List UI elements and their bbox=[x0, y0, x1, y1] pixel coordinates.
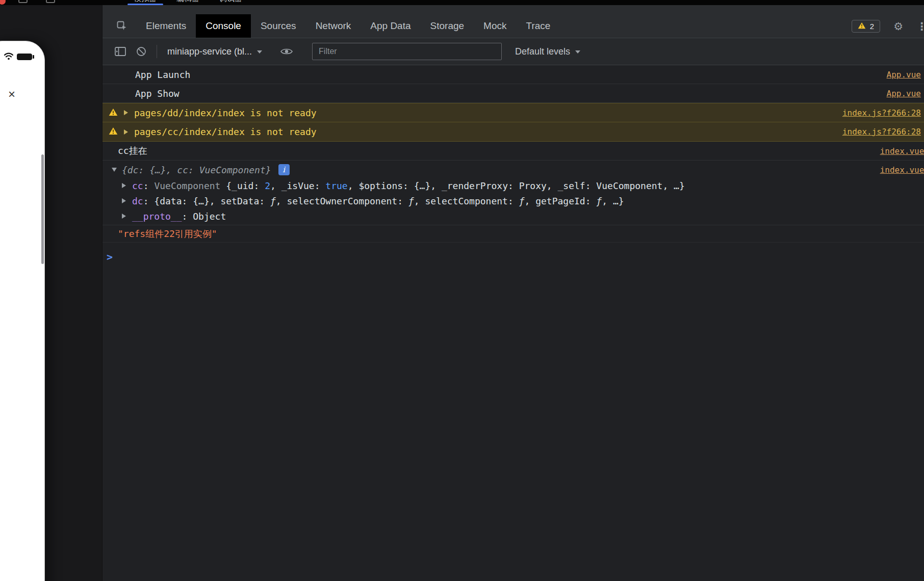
wifi-icon bbox=[4, 52, 14, 62]
toolbar-divider bbox=[157, 45, 157, 58]
warning-message: pages/dd/index/index is not ready bbox=[134, 108, 317, 118]
tab-bar-right-cluster: 2 ⚙ ⋮ bbox=[852, 14, 924, 38]
phone-simulator: × bbox=[0, 41, 45, 581]
settings-gear-icon[interactable]: ⚙ bbox=[893, 21, 903, 32]
property-value: __proto__: Object bbox=[132, 211, 226, 222]
live-expression-eye-icon[interactable] bbox=[280, 47, 293, 56]
source-link[interactable]: index.js?f266:28 bbox=[842, 108, 921, 118]
devtools-tabs: Elements Console Sources Network App Dat… bbox=[136, 14, 560, 38]
modal-close-button[interactable]: × bbox=[5, 87, 19, 101]
tab-sources[interactable]: Sources bbox=[251, 14, 306, 38]
devtools-top-gap bbox=[102, 5, 924, 14]
phone-scrollbar[interactable] bbox=[41, 154, 44, 264]
console-row-warning: pages/cc/index/index is not ready index.… bbox=[102, 122, 924, 142]
execution-context-selector[interactable]: miniapp-service (bl... bbox=[167, 46, 262, 57]
top-tab-simulator[interactable]: 模拟器 bbox=[134, 0, 157, 4]
tab-network[interactable]: Network bbox=[306, 14, 361, 38]
overflow-menu-icon[interactable]: ⋮ bbox=[916, 21, 924, 32]
tab-app-data[interactable]: App Data bbox=[361, 14, 420, 38]
object-property-line: cc: VueComponent {_uid: 2, _isVue: true,… bbox=[102, 178, 921, 193]
console-row-log: App Show App.vue bbox=[102, 84, 924, 103]
warnings-badge[interactable]: 2 bbox=[852, 20, 880, 33]
clear-console-icon[interactable] bbox=[136, 46, 146, 57]
object-property-line: dc: {data: {…}, setData: ƒ, selectOwnerC… bbox=[102, 193, 921, 208]
filter-input[interactable] bbox=[312, 43, 502, 60]
chevron-down-icon bbox=[257, 50, 262, 54]
object-preview: {dc: {…}, cc: VueComponent} bbox=[122, 165, 271, 175]
inspect-element-icon[interactable] bbox=[117, 14, 127, 38]
log-levels-selector[interactable]: Default levels bbox=[515, 46, 580, 57]
tab-console[interactable]: Console bbox=[196, 14, 251, 38]
top-tab-editor[interactable]: 编辑器 bbox=[176, 0, 199, 4]
console-row-string: "refs组件22引用实例" bbox=[102, 225, 924, 243]
console-toolbar: miniapp-service (bl... Default levels bbox=[102, 38, 924, 65]
toolbar-icon[interactable] bbox=[18, 0, 28, 3]
property-value: dc: {data: {…}, setData: ƒ, selectOwnerC… bbox=[132, 196, 624, 206]
property-value: cc: VueComponent {_uid: 2, _isVue: true,… bbox=[132, 180, 685, 191]
log-message: cc挂在 bbox=[118, 145, 147, 157]
collapse-arrow-icon[interactable] bbox=[112, 168, 117, 172]
prompt-chevron-icon: > bbox=[107, 251, 113, 263]
top-tab-debugger[interactable]: 调试器 bbox=[219, 0, 242, 4]
string-message: "refs组件22引用实例" bbox=[118, 228, 217, 240]
source-link[interactable]: index.vue: bbox=[880, 146, 924, 156]
expand-arrow-icon[interactable] bbox=[122, 214, 126, 219]
expand-arrow-icon[interactable] bbox=[124, 129, 128, 135]
tab-elements[interactable]: Elements bbox=[136, 14, 196, 38]
expand-arrow-icon[interactable] bbox=[122, 183, 126, 188]
tab-trace[interactable]: Trace bbox=[517, 14, 560, 38]
tab-storage[interactable]: Storage bbox=[421, 14, 474, 38]
source-link[interactable]: App.vue bbox=[887, 70, 921, 80]
execution-context-label: miniapp-service (bl... bbox=[167, 46, 252, 57]
source-link[interactable]: index.vue: bbox=[880, 165, 924, 175]
source-link[interactable]: App.vue bbox=[887, 89, 921, 98]
log-message: App Show bbox=[135, 88, 179, 99]
tab-mock[interactable]: Mock bbox=[474, 14, 516, 38]
window-close-button[interactable] bbox=[0, 0, 6, 5]
warning-icon bbox=[109, 108, 118, 118]
toolbar-icon[interactable] bbox=[46, 0, 55, 3]
warning-icon bbox=[109, 126, 118, 137]
info-icon: i bbox=[278, 164, 290, 175]
expand-arrow-icon[interactable] bbox=[122, 198, 126, 203]
chevron-down-icon bbox=[575, 50, 580, 54]
warning-message: pages/cc/index/index is not ready bbox=[134, 126, 317, 137]
console-sidebar-toggle-icon[interactable] bbox=[115, 47, 126, 56]
console-prompt[interactable]: > bbox=[102, 243, 924, 263]
log-message: App Launch bbox=[135, 69, 190, 80]
battery-icon bbox=[17, 54, 32, 60]
active-tab-underline bbox=[127, 4, 163, 5]
console-row-log: cc挂在 index.vue: bbox=[102, 142, 924, 161]
warnings-count: 2 bbox=[870, 22, 874, 31]
console-messages: App Launch App.vue App Show App.vue page… bbox=[102, 65, 924, 263]
source-link[interactable]: index.js?f266:28 bbox=[842, 127, 921, 137]
object-property-line: __proto__: Object bbox=[102, 208, 921, 224]
devtools-tab-bar: Elements Console Sources Network App Dat… bbox=[102, 14, 924, 38]
simulator-panel: × bbox=[0, 5, 102, 581]
console-row-log: App Launch App.vue bbox=[102, 65, 924, 84]
window-top-strip: 模拟器 编辑器 调试器 bbox=[0, 0, 924, 5]
console-row-warning: pages/dd/index/index is not ready index.… bbox=[102, 103, 924, 122]
console-row-object: {dc: {…}, cc: VueComponent} i index.vue:… bbox=[102, 161, 924, 225]
expand-arrow-icon[interactable] bbox=[124, 110, 128, 115]
warning-icon bbox=[858, 22, 866, 31]
devtools-panel: Elements Console Sources Network App Dat… bbox=[102, 5, 924, 581]
log-levels-label: Default levels bbox=[515, 46, 570, 57]
object-preview-line: {dc: {…}, cc: VueComponent} i index.vue: bbox=[102, 162, 921, 178]
